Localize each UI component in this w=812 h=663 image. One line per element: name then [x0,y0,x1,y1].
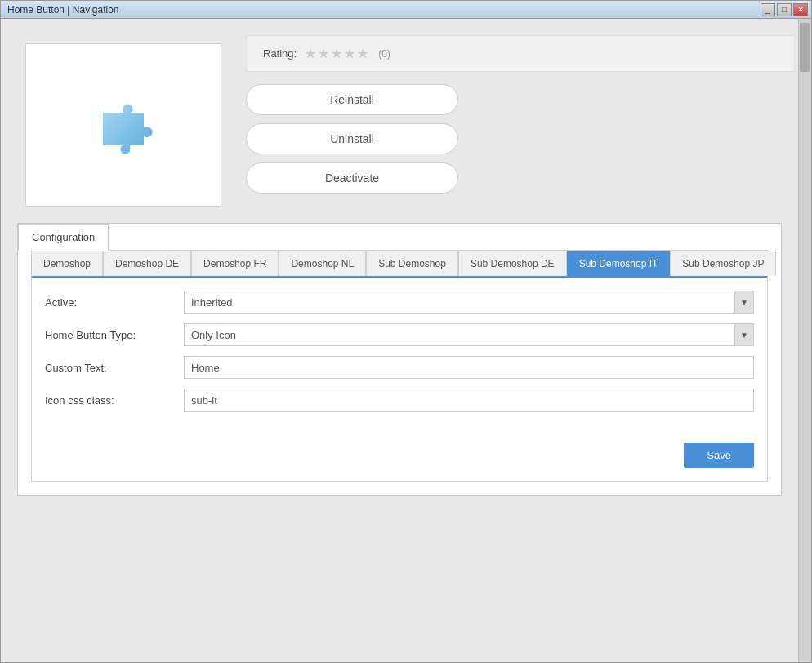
action-buttons: Reinstall Uninstall Deactivate [246,80,795,198]
rating-row: Rating: ★★★★★ (0) [246,35,795,72]
icon-css-class-row: Icon css class: [45,389,754,412]
save-button[interactable]: Save [684,443,754,468]
active-select[interactable]: Inherited Yes No [184,291,754,314]
configuration-label: Configuration [18,224,109,251]
deactivate-button[interactable]: Deactivate [246,162,458,194]
window-title: Home Button | Navigation [4,4,119,16]
icon-css-class-input[interactable] [184,389,754,412]
active-label: Active: [45,296,176,309]
maximize-button[interactable]: □ [777,3,792,16]
right-panel: Rating: ★★★★★ (0) Reinstall Uninstall De… [246,35,795,207]
custom-text-label: Custom Text: [45,362,176,374]
tab-demoshop-nl[interactable]: Demoshop NL [279,251,366,276]
tab-demoshop-de[interactable]: Demoshop DE [103,251,191,276]
configuration-title-tab: Configuration [18,224,109,250]
tab-demoshop-fr[interactable]: Demoshop FR [191,251,279,276]
main-window: Home Button | Navigation _ □ ✕ [0,0,812,663]
config-tabs: Demoshop Demoshop DE Demoshop FR Demosho… [32,251,767,278]
active-select-wrapper: Inherited Yes No ▼ [184,291,754,314]
content-area: Rating: ★★★★★ (0) Reinstall Uninstall De… [1,19,811,662]
top-section: Rating: ★★★★★ (0) Reinstall Uninstall De… [1,27,811,215]
rating-label: Rating: [263,47,297,60]
plugin-image-container [25,43,221,207]
window-controls: _ □ ✕ [761,3,808,16]
rating-stars: ★★★★★ [305,46,370,61]
tab-sub-demoshop[interactable]: Sub Demoshop [366,251,458,276]
scrollbar-thumb[interactable] [800,23,810,72]
plugin-puzzle-icon [87,88,160,162]
tab-sub-demoshop-de[interactable]: Sub Demoshop DE [458,251,567,276]
icon-css-class-label: Icon css class: [45,394,176,407]
tab-sub-demoshop-jp[interactable]: Sub Demoshop JP [670,251,776,276]
close-button[interactable]: ✕ [793,3,808,16]
home-button-type-label: Home Button Type: [45,329,176,341]
home-button-type-select[interactable]: Only Icon Only Text Icon and Text [184,323,754,346]
custom-text-input[interactable] [184,356,754,379]
config-form: Active: Inherited Yes No ▼ Home Butt [32,278,767,434]
home-button-type-row: Home Button Type: Only Icon Only Text Ic… [45,323,754,346]
home-button-type-select-wrapper: Only Icon Only Text Icon and Text ▼ [184,323,754,346]
config-inner: Demoshop Demoshop DE Demoshop FR Demosho… [31,250,768,482]
uninstall-button[interactable]: Uninstall [246,123,458,154]
tab-demoshop[interactable]: Demoshop [32,251,103,276]
rating-count: (0) [378,48,390,60]
scrollbar-track[interactable] [798,19,811,662]
form-footer: Save [32,434,767,481]
active-row: Active: Inherited Yes No ▼ [45,291,754,314]
minimize-button[interactable]: _ [761,3,775,16]
configuration-section: Configuration Demoshop Demoshop DE Demos… [17,223,782,496]
reinstall-button[interactable]: Reinstall [246,84,458,115]
tab-sub-demoshop-it[interactable]: Sub Demoshop IT [567,251,671,276]
custom-text-row: Custom Text: [45,356,754,379]
title-bar: Home Button | Navigation _ □ ✕ [1,1,811,19]
